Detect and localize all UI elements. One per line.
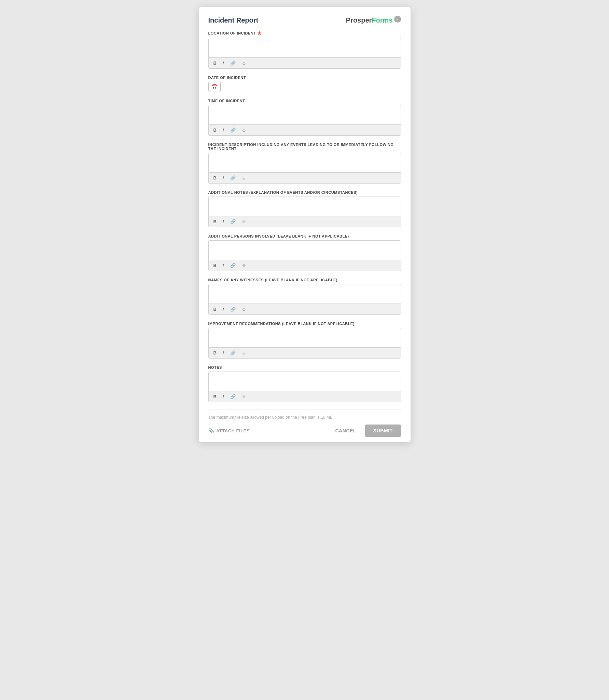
description-bold-btn[interactable]: B	[212, 175, 218, 181]
additional-notes-emoji-btn[interactable]: ☺	[240, 218, 248, 225]
footer-right-buttons: CANCEL SUBMIT	[330, 425, 401, 437]
time-emoji-btn[interactable]: ☺	[240, 127, 248, 133]
additional-notes-editor: B I 🔗 ☺	[208, 197, 401, 227]
additional-persons-bold-btn[interactable]: B	[212, 262, 218, 269]
location-emoji-btn[interactable]: ☺	[240, 60, 248, 66]
link-icon: 🔗	[230, 394, 236, 399]
additional-persons-toolbar: B I 🔗 ☺	[209, 260, 401, 271]
modal-header: Incident Report ProsperForms ×	[208, 16, 401, 24]
field-description: INCIDENT DESCRIPTION INCLUDING ANY EVENT…	[208, 143, 401, 184]
improvement-input[interactable]	[209, 328, 401, 346]
description-italic-btn[interactable]: I	[221, 175, 225, 181]
description-label: INCIDENT DESCRIPTION INCLUDING ANY EVENT…	[208, 143, 401, 151]
description-emoji-btn[interactable]: ☺	[240, 175, 248, 181]
location-label: LOCATION OF INCIDENT ★	[208, 30, 401, 36]
additional-notes-input[interactable]	[209, 197, 401, 215]
field-additional-persons: ADDITIONAL PERSONS INVOLVED (LEAVE BLANK…	[208, 234, 401, 271]
witnesses-emoji-btn[interactable]: ☺	[240, 306, 248, 312]
field-date: DATE OF INCIDENT 📅	[208, 76, 401, 92]
form-title: Incident Report	[208, 16, 259, 24]
location-bold-btn[interactable]: B	[212, 60, 218, 66]
notes-link-btn[interactable]: 🔗	[229, 393, 237, 400]
improvement-bold-btn[interactable]: B	[212, 350, 218, 356]
time-editor: B I 🔗 ☺	[208, 105, 401, 136]
brand-wrapper: ProsperForms ×	[346, 16, 401, 24]
witnesses-bold-btn[interactable]: B	[212, 306, 218, 312]
time-bold-btn[interactable]: B	[212, 127, 218, 133]
location-editor: B I 🔗 ☺	[208, 38, 401, 69]
improvement-label: IMPROVEMENT RECOMMENDATIONS (LEAVE BLANK…	[208, 322, 401, 326]
modal-container: Incident Report ProsperForms × LOCATION …	[199, 7, 411, 442]
witnesses-italic-btn[interactable]: I	[221, 306, 225, 312]
notes-input[interactable]	[209, 372, 401, 390]
emoji-icon: ☺	[242, 263, 246, 268]
additional-notes-bold-btn[interactable]: B	[212, 218, 218, 225]
location-link-btn[interactable]: 🔗	[229, 60, 237, 66]
additional-persons-link-btn[interactable]: 🔗	[229, 262, 237, 269]
improvement-link-btn[interactable]: 🔗	[229, 350, 237, 356]
submit-button[interactable]: SUBMIT	[365, 425, 401, 437]
link-icon: 🔗	[230, 60, 236, 66]
close-button[interactable]: ×	[394, 16, 401, 23]
field-time: TIME OF INCIDENT B I 🔗 ☺	[208, 99, 401, 136]
notes-emoji-btn[interactable]: ☺	[240, 393, 248, 400]
witnesses-editor: B I 🔗 ☺	[208, 284, 401, 315]
witnesses-input[interactable]	[209, 284, 401, 302]
notes-italic-btn[interactable]: I	[221, 393, 225, 400]
additional-persons-emoji-btn[interactable]: ☺	[240, 262, 248, 269]
field-additional-notes: ADDITIONAL NOTES (EXPLANATION OF EVENTS …	[208, 190, 401, 227]
time-link-btn[interactable]: 🔗	[229, 127, 237, 133]
description-link-btn[interactable]: 🔗	[229, 175, 237, 181]
form-body: LOCATION OF INCIDENT ★ B I 🔗 ☺ DATE OF I…	[208, 30, 401, 442]
location-input[interactable]	[209, 38, 401, 56]
link-icon: 🔗	[230, 175, 236, 180]
additional-notes-link-btn[interactable]: 🔗	[229, 218, 237, 225]
time-label: TIME OF INCIDENT	[208, 99, 401, 103]
emoji-icon: ☺	[242, 350, 246, 355]
improvement-toolbar: B I 🔗 ☺	[209, 347, 401, 358]
emoji-icon: ☺	[242, 219, 246, 224]
footer-actions: 📎 ATTACH FILES CANCEL SUBMIT	[208, 425, 401, 437]
field-location: LOCATION OF INCIDENT ★ B I 🔗 ☺	[208, 30, 401, 69]
brand-logo: ProsperForms	[346, 16, 393, 24]
description-toolbar: B I 🔗 ☺	[209, 172, 401, 183]
witnesses-toolbar: B I 🔗 ☺	[209, 304, 401, 314]
additional-notes-italic-btn[interactable]: I	[221, 218, 225, 225]
required-star: ★	[257, 30, 262, 36]
link-icon: 🔗	[230, 263, 236, 268]
witnesses-link-btn[interactable]: 🔗	[229, 306, 237, 312]
additional-notes-toolbar: B I 🔗 ☺	[209, 216, 401, 227]
field-improvement: IMPROVEMENT RECOMMENDATIONS (LEAVE BLANK…	[208, 322, 401, 359]
additional-notes-label: ADDITIONAL NOTES (EXPLANATION OF EVENTS …	[208, 190, 401, 194]
time-input[interactable]	[209, 105, 401, 123]
additional-persons-editor: B I 🔗 ☺	[208, 240, 401, 271]
cancel-button[interactable]: CANCEL	[330, 425, 361, 436]
notes-editor: B I 🔗 ☺	[208, 372, 401, 402]
notes-toolbar: B I 🔗 ☺	[209, 391, 401, 402]
improvement-emoji-btn[interactable]: ☺	[240, 350, 248, 356]
link-icon: 🔗	[230, 350, 236, 355]
footer-section: The maximum file size allowed per upload…	[208, 409, 401, 442]
paperclip-icon: 📎	[208, 428, 214, 433]
additional-persons-input[interactable]	[209, 241, 401, 258]
date-picker-button[interactable]: 📅	[208, 82, 221, 92]
emoji-icon: ☺	[242, 394, 246, 399]
improvement-italic-btn[interactable]: I	[221, 350, 225, 356]
emoji-icon: ☺	[242, 127, 246, 133]
notes-bold-btn[interactable]: B	[212, 393, 218, 400]
description-input[interactable]	[209, 153, 401, 171]
notes-label: NOTES	[208, 365, 401, 369]
improvement-editor: B I 🔗 ☺	[208, 328, 401, 359]
field-notes: NOTES B I 🔗 ☺	[208, 365, 401, 402]
emoji-icon: ☺	[242, 175, 246, 180]
brand-forms-text: Forms	[372, 16, 392, 24]
additional-persons-italic-btn[interactable]: I	[221, 262, 225, 269]
brand-prosper-text: Prosper	[346, 16, 372, 24]
location-italic-btn[interactable]: I	[221, 60, 225, 66]
witnesses-label: NAMES OF ANY WITNESSES (LEAVE BLANK IF N…	[208, 278, 401, 282]
attach-files-button[interactable]: 📎 ATTACH FILES	[208, 428, 250, 433]
location-toolbar: B I 🔗 ☺	[209, 57, 401, 68]
additional-persons-label: ADDITIONAL PERSONS INVOLVED (LEAVE BLANK…	[208, 234, 401, 238]
emoji-icon: ☺	[242, 307, 246, 312]
time-italic-btn[interactable]: I	[221, 127, 225, 133]
